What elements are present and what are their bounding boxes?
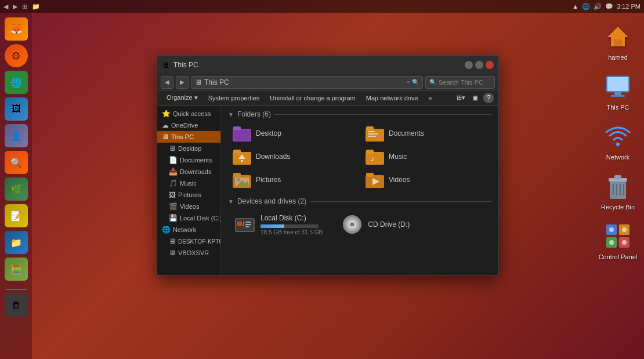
map-network-button[interactable]: Map network drive (361, 92, 423, 104)
sidebar-item-notes[interactable]: 📝 (5, 204, 28, 227)
nav-item-thispc[interactable]: 🖥 This PC (157, 131, 220, 143)
tray-volume[interactable]: 🔊 (594, 3, 602, 10)
nav-item-videos[interactable]: 🎬 Videos (157, 201, 220, 212)
folders-section-header[interactable]: ▼ Folders (6) (228, 110, 491, 118)
dock-item-recycle[interactable]: Recycle Bin (601, 171, 635, 211)
sidebar-item-calc[interactable]: 🧮 (5, 258, 28, 281)
uninstall-button[interactable]: Uninstall or change a program (265, 92, 360, 104)
svg-rect-34 (241, 160, 243, 162)
dock-item-home[interactable]: hamed (603, 21, 633, 61)
nav-item-music[interactable]: 🎵 Music (157, 177, 220, 189)
tray-msg[interactable]: 💬 (605, 3, 613, 10)
nav-label-desktop: Desktop (178, 145, 201, 152)
drive-item-d[interactable]: CD Drive (D:) (335, 210, 428, 239)
more-button[interactable]: » (424, 92, 437, 104)
breadcrumb-bar[interactable]: 🖥 This PC ▾ 🔍 (191, 76, 423, 89)
folder-icon-desktop (233, 125, 251, 142)
nav-item-vboxsvr[interactable]: 🖥 VBOXSVR (157, 247, 220, 259)
drive-icon-d (341, 213, 363, 235)
folder-item-downloads[interactable]: Downloads (228, 146, 359, 167)
pictures-icon: 🖼 (169, 191, 176, 199)
folder-item-documents[interactable]: Documents (361, 123, 491, 144)
sidebar-item-people[interactable]: 👤 (5, 124, 28, 147)
sidebar-item-ubuntu[interactable]: ⊙ (5, 44, 28, 67)
folder-label-documents: Documents (389, 129, 424, 137)
vboxsvr-icon: 🖥 (169, 249, 176, 257)
drives-section-header[interactable]: ▼ Devices and drives (2) (228, 197, 491, 205)
tray-chevron[interactable]: ▲ (572, 3, 578, 10)
svg-rect-30 (368, 136, 376, 137)
svg-rect-50 (245, 222, 251, 223)
svg-rect-4 (607, 77, 628, 91)
search-bar[interactable]: 🔍 Search This PC (425, 76, 495, 89)
minimize-button[interactable] (465, 61, 473, 69)
svg-point-22 (622, 240, 627, 245)
downloads-icon: 📥 (169, 168, 178, 176)
folder-icon-videos (366, 172, 384, 188)
maximize-button[interactable] (475, 61, 483, 69)
drive-item-c[interactable]: Local Disk (C:) 18.5 GB free of 31.5 GB (228, 210, 328, 239)
nav-item-onedrive[interactable]: ☁ OneDrive (157, 119, 220, 131)
nav-item-documents[interactable]: 📄 Documents (157, 154, 220, 166)
wifi-icon (603, 122, 632, 151)
window-title: This PC (173, 61, 198, 69)
organize-button[interactable]: Organize ▾ (162, 92, 202, 104)
preview-pane-button[interactable]: ▣ (469, 92, 482, 104)
svg-point-19 (609, 227, 614, 232)
svg-rect-25 (234, 130, 250, 140)
dock-item-thispc[interactable]: This PC (603, 71, 633, 111)
forward-button[interactable]: ▶ (176, 76, 189, 89)
dock-item-network[interactable]: Network (603, 121, 633, 161)
help-button[interactable]: ? (483, 93, 494, 103)
system-properties-button[interactable]: System properties (204, 92, 265, 104)
view-options-button[interactable]: ⊞▾ (454, 92, 467, 104)
taskbar-grid[interactable]: ⊞ (22, 3, 27, 10)
drive-progress-c (261, 224, 319, 228)
nav-item-downloads[interactable]: 📥 Downloads (157, 166, 220, 177)
taskbar-right: ▲ 🌐 🔊 💬 3:12 PM (572, 3, 641, 10)
nav-item-pictures[interactable]: 🖼 Pictures (157, 189, 220, 201)
svg-rect-48 (237, 222, 242, 226)
nav-label-network: Network (173, 226, 196, 233)
drives-section-title: Devices and drives (2) (237, 197, 306, 205)
monitor-icon-box (603, 71, 633, 101)
folder-item-videos[interactable]: Videos (361, 169, 491, 190)
clock: 3:12 PM (617, 3, 641, 10)
folder-label-desktop: Desktop (256, 129, 281, 137)
sidebar-item-firefox[interactable]: 🦊 (5, 17, 28, 41)
nav-item-localdisk[interactable]: 💾 Local Disk (C:) (157, 212, 220, 224)
navigation-bar: ◀ ▶ 🖥 This PC ▾ 🔍 🔍 Search This PC (157, 74, 498, 90)
sidebar-item-photos[interactable]: 🖼 (5, 97, 28, 121)
thispc-icon: 🖥 (162, 133, 169, 141)
dock-label-network: Network (606, 154, 629, 161)
window-title-icon: 🖥 (162, 60, 170, 70)
close-button[interactable] (486, 61, 494, 69)
svg-rect-5 (614, 92, 621, 95)
folder-item-music[interactable]: ♪ Music (361, 146, 491, 167)
monitor-icon (604, 74, 632, 99)
folder-item-desktop[interactable]: Desktop (228, 123, 359, 144)
back-button[interactable]: ◀ (161, 76, 173, 89)
network-icon: 🌐 (162, 226, 171, 234)
taskbar-folder[interactable]: 📁 (32, 3, 40, 10)
sidebar-item-trash[interactable]: 🗑 (5, 293, 28, 317)
svg-rect-29 (368, 133, 378, 135)
sidebar-item-network-app[interactable]: 🌐 (5, 71, 28, 94)
drive-name-d: CD Drive (D:) (368, 220, 410, 229)
tray-network[interactable]: 🌐 (582, 3, 590, 10)
nav-item-desktop[interactable]: 🖥 Desktop (157, 143, 220, 154)
svg-point-20 (622, 227, 627, 232)
sidebar-item-search[interactable]: 🔍 (5, 151, 28, 174)
nav-item-quickaccess[interactable]: ⭐ Quick access (157, 108, 220, 119)
nav-item-desktop-kpt[interactable]: 🖥 DESKTOP-KPT6F75 (157, 235, 220, 247)
svg-rect-49 (243, 222, 244, 226)
taskbar-back[interactable]: ◀ (3, 3, 8, 10)
sidebar-item-misc[interactable]: 🌿 (5, 177, 28, 201)
dock-separator (6, 289, 27, 290)
svg-text:♪: ♪ (370, 154, 374, 163)
folder-item-pictures[interactable]: Pictures (228, 169, 359, 190)
nav-item-network[interactable]: 🌐 Network (157, 224, 220, 235)
dock-item-controlpanel[interactable]: Control Panel (599, 221, 638, 260)
taskbar-forward[interactable]: ▶ (13, 3, 17, 10)
sidebar-item-files[interactable]: 📁 (5, 231, 28, 254)
